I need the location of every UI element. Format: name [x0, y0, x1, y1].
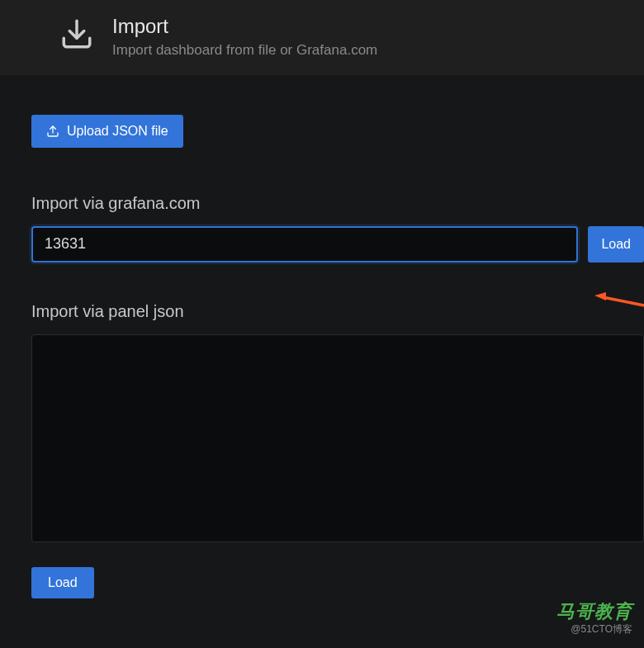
page-subtitle: Import dashboard from file or Grafana.co… [112, 42, 377, 59]
grafana-section-label: Import via grafana.com [31, 194, 613, 213]
upload-button-label: Upload JSON file [67, 124, 168, 139]
header-text-group: Import Import dashboard from file or Gra… [112, 15, 377, 59]
page-header: Import Import dashboard from file or Gra… [0, 0, 644, 75]
panel-json-load-button[interactable]: Load [31, 567, 94, 598]
main-content: Upload JSON file Import via grafana.com … [0, 75, 644, 598]
watermark-sub-text: @51CTO博客 [556, 622, 632, 636]
panel-json-textarea[interactable] [31, 334, 644, 542]
page-title: Import [112, 15, 377, 39]
grafana-load-button[interactable]: Load [588, 226, 644, 263]
watermark: 马哥教育 @51CTO博客 [556, 599, 632, 636]
watermark-main-text: 马哥教育 [556, 599, 632, 624]
upload-json-button[interactable]: Upload JSON file [31, 115, 183, 148]
panel-json-section-label: Import via panel json [31, 302, 613, 321]
import-icon [59, 17, 94, 51]
grafana-input-row: Load [31, 226, 613, 263]
grafana-id-input[interactable] [31, 226, 578, 263]
upload-icon [46, 125, 59, 138]
